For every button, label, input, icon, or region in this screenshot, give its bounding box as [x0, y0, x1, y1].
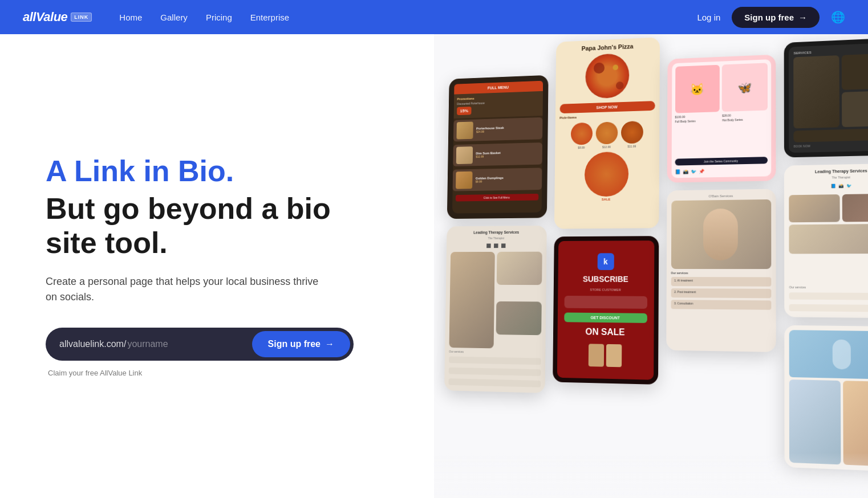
pp-large-pizza: [584, 152, 628, 197]
psub-logo: k: [597, 253, 614, 270]
yoga-img-1: [789, 379, 841, 464]
psub-input[interactable]: [564, 295, 647, 308]
phone-yoga: [785, 325, 868, 472]
phone-spa: Leading Therapy Services The Therapist: [444, 226, 546, 393]
yoga-img-2: [843, 381, 868, 467]
psub-product-row: [588, 344, 622, 367]
nav-links: Home Gallery Pricing Enterprise: [119, 13, 697, 22]
phone-col-4: SERVICES BOOK NOW: [784, 38, 868, 498]
pt2-social-icons: 📘 📸 🐦: [789, 183, 868, 189]
input-prefix: allvaluelink.com/: [59, 339, 126, 349]
hero-description: Create a personal page that helps your l…: [46, 274, 319, 305]
pfm-item-2: Dim Sum Basket $12.99: [453, 142, 542, 166]
pp-items: $8.99 $12.99 $11.99: [559, 121, 655, 150]
hero-tagline-dark: But go beyond a bio site tool.: [46, 192, 400, 260]
nav-link-enterprise[interactable]: Enterprise: [250, 13, 289, 22]
globe-icon[interactable]: 🌐: [831, 10, 845, 24]
psub-label: STORE CUSTOMER: [590, 288, 621, 291]
login-link[interactable]: Log in: [697, 13, 720, 22]
phone-col-3: 🐱 🦋 $100.00 Full Body Series $28.00 Hot …: [665, 55, 776, 498]
hero-tagline-blue: A Link in Bio.: [46, 155, 400, 187]
pai-item-2: 🦋: [722, 63, 768, 112]
yoga-outdoor-img: [789, 330, 868, 379]
phone-col-2: Papa John's Pizza SHOP NOW Pick<Items $8…: [551, 37, 660, 498]
hero-left: A Link in Bio. But go beyond a bio site …: [0, 34, 434, 498]
nav-logo: allValue LINK: [23, 10, 92, 25]
pfm-item-1: Porterhouse Steak $24.99: [453, 117, 542, 142]
pp-shop-now-btn[interactable]: SHOP NOW: [559, 101, 655, 113]
phone-subscribe: k SUBSCRIBE STORE CUSTOMER GET DISCOUNT …: [553, 236, 659, 385]
massage-hero-img: [671, 199, 771, 269]
nav-link-home[interactable]: Home: [119, 13, 142, 22]
pt2-header: Leading Therapy Services: [789, 168, 868, 174]
nav-signup-button[interactable]: Sign up free →: [732, 7, 820, 28]
signup-button[interactable]: Sign up free →: [252, 331, 350, 357]
phones-grid: FULL MENU Promotions Discounted Porterho…: [434, 34, 868, 498]
logo-badge: LINK: [71, 13, 92, 22]
psub-on-sale: ON SALE: [585, 326, 624, 337]
phone-pizza: Papa John's Pizza SHOP NOW Pick<Items $8…: [554, 37, 660, 228]
arrow-right-icon: →: [325, 339, 334, 349]
pp-title: Papa John's Pizza: [560, 42, 655, 52]
pfm-promo: Promotions Discounted Porterhouse 15%: [454, 91, 543, 119]
pai-grid: 🐱 🦋 $100.00 Full Body Series $28.00 Hot …: [675, 63, 768, 156]
signup-input-row: allvaluelink.com/ Sign up free →: [46, 328, 354, 361]
nav-right: Log in Sign up free → 🌐: [697, 7, 845, 28]
pfm-badge: 15%: [457, 107, 472, 115]
phone-massage: O'Bain Services Our services 1. AI treat…: [666, 189, 776, 352]
phone-anime: 🐱 🦋 $100.00 Full Body Series $28.00 Hot …: [667, 55, 776, 183]
pai-join-btn[interactable]: Join the Series Community: [675, 157, 768, 165]
nav-link-pricing[interactable]: Pricing: [206, 13, 232, 22]
phone-col-1: FULL MENU Promotions Discounted Porterho…: [442, 75, 548, 498]
phone-services-dark: SERVICES BOOK NOW: [784, 38, 868, 157]
pp-pizza-image: [585, 53, 629, 99]
pfm-item-3: Golden Dumplings $9.99: [453, 168, 542, 191]
claim-text: Claim your free AllValue Link: [48, 369, 400, 377]
pai-item-1: 🐱: [675, 65, 720, 113]
main-container: A Link in Bio. But go beyond a bio site …: [0, 34, 868, 498]
username-input[interactable]: [126, 334, 252, 354]
phone-food-menu: FULL MENU Promotions Discounted Porterho…: [447, 75, 549, 219]
hero-right: FULL MENU Promotions Discounted Porterho…: [434, 34, 868, 498]
pai-social-icons: 📘 📸 🐦 📌: [675, 168, 768, 174]
arrow-icon: →: [798, 13, 807, 22]
nav-link-gallery[interactable]: Gallery: [160, 13, 188, 22]
logo-text: allValue: [23, 10, 67, 25]
navbar: allValue LINK Home Gallery Pricing Enter…: [0, 0, 868, 34]
psub-btn[interactable]: GET DISCOUNT: [564, 312, 647, 323]
phone-therapy2: Leading Therapy Services The Therapist 📘…: [784, 164, 868, 319]
psub-title: SUBSCRIBE: [583, 274, 628, 283]
